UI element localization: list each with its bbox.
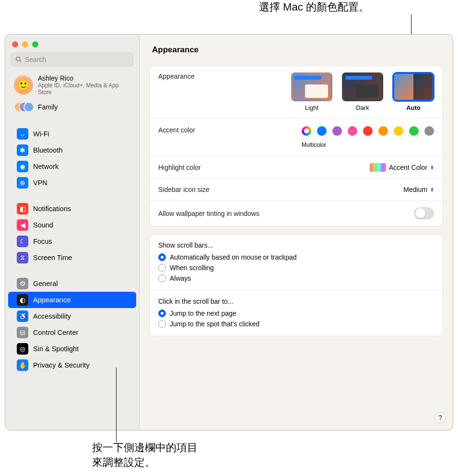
accent-color-row: Accent color Multicolor [150, 119, 443, 156]
sidebar-item-privacy-security[interactable]: ✋Privacy & Security [8, 357, 136, 373]
radio-label: When scrolling [170, 264, 214, 272]
appearance-options: LightDarkAuto [291, 72, 434, 111]
sound-icon: ◀ [17, 219, 28, 231]
accent-swatch[interactable] [317, 126, 327, 136]
search-input[interactable]: Search [11, 52, 133, 67]
radio-option[interactable]: Always [158, 273, 434, 284]
sidebar-group-3: ⚙General◐Appearance♿Accessibility⊟Contro… [5, 274, 139, 375]
sidebar-item-general[interactable]: ⚙General [8, 275, 136, 292]
radio-label: Jump to the next page [170, 309, 236, 317]
accent-swatch[interactable] [424, 126, 434, 136]
radio-option[interactable]: Jump to the next page [158, 308, 434, 319]
network-icon: ◉ [17, 161, 28, 172]
sidebar-item-siri-spotlight[interactable]: ◎Siri & Spotlight [8, 341, 136, 357]
clickscroll-title: Click in the scroll bar to... [158, 298, 434, 305]
accent-label: Accent color [158, 126, 195, 134]
accent-swatch[interactable] [348, 126, 357, 136]
radio-icon [158, 309, 166, 317]
sidebar-item-bluetooth[interactable]: ✱Bluetooth [8, 142, 136, 158]
appearance-option-label: Auto [393, 104, 434, 111]
scrollbars-title: Show scroll bars... [158, 241, 434, 249]
highlight-label: Highlight color [158, 164, 201, 171]
sidebar-item-focus[interactable]: ☾Focus [8, 233, 136, 250]
wallpaper-tint-label: Allow wallpaper tinting in windows [158, 210, 259, 217]
vpn-icon: ⊛ [17, 177, 28, 189]
highlight-select[interactable]: Accent Color ▲▼ [370, 163, 434, 172]
sidebar-item-label: Focus [33, 238, 52, 245]
close-button[interactable] [12, 41, 18, 48]
radio-option[interactable]: Automatically based on mouse or trackpad [158, 252, 434, 262]
accent-swatch[interactable] [394, 126, 403, 136]
privacy-icon: ✋ [17, 359, 28, 371]
zoom-button[interactable] [32, 41, 38, 48]
radio-label: Always [170, 274, 191, 282]
appearance-option-light[interactable]: Light [291, 72, 332, 111]
annotation-top: 選擇 Mac 的顏色配置。 [259, 0, 369, 14]
sidebar-item-notifications[interactable]: ◧Notifications [8, 201, 136, 217]
page-title: Appearance [140, 35, 453, 61]
radio-option[interactable]: When scrolling [158, 262, 434, 273]
accent-swatch[interactable] [378, 126, 388, 136]
sidebar-item-network[interactable]: ◉Network [8, 158, 136, 175]
accent-swatch[interactable] [363, 126, 373, 136]
search-placeholder: Search [25, 56, 46, 63]
sidebar-item-accessibility[interactable]: ♿Accessibility [8, 308, 136, 324]
profile-sub: Apple ID, iCloud+, Media & App Store [38, 82, 130, 96]
bell-icon: ◧ [17, 203, 28, 214]
clickscroll-section: Click in the scroll bar to... Jump to th… [150, 291, 443, 336]
gear-icon: ⚙ [17, 278, 28, 289]
accent-swatch[interactable] [332, 126, 342, 136]
minimize-button[interactable] [22, 41, 28, 48]
radio-label: Jump to the spot that's clicked [170, 320, 259, 328]
accent-selected-label: Multicolor [302, 142, 326, 148]
sidebar-item-label: Appearance [33, 296, 70, 304]
svg-point-0 [16, 57, 20, 61]
sidebar-item-appearance[interactable]: ◐Appearance [8, 292, 136, 308]
sidebar-item-label: Network [33, 163, 59, 170]
radio-option[interactable]: Jump to the spot that's clicked [158, 319, 434, 329]
control-icon: ⊟ [17, 327, 28, 338]
settings-window: Search 🙂 Ashley Rico Apple ID, iCloud+, … [5, 34, 453, 430]
radio-label: Automatically based on mouse or trackpad [170, 253, 297, 261]
svg-line-1 [20, 60, 21, 62]
sidebar-item-screen-time[interactable]: ⧖Screen Time [8, 250, 136, 266]
profile-name: Ashley Rico [38, 74, 130, 82]
sidebar-item-label: Control Center [33, 329, 78, 336]
sidebar-icon-select[interactable]: Medium ▲▼ [403, 186, 434, 193]
appearance-option-label: Dark [342, 104, 383, 111]
sidebar-icon-row: Sidebar icon size Medium ▲▼ [150, 179, 443, 201]
sidebar-item-sound[interactable]: ◀Sound [8, 217, 136, 233]
main-content: Appearance Appearance LightDarkAuto Acce… [140, 35, 453, 430]
appearance-option-auto[interactable]: Auto [393, 72, 434, 111]
appearance-panel: Appearance LightDarkAuto Accent color Mu… [149, 65, 443, 226]
chevron-updown-icon: ▲▼ [430, 187, 434, 192]
sidebar-item-wi-fi[interactable]: ⌵Wi-Fi [8, 126, 136, 142]
sidebar-group-1: ⌵Wi-Fi✱Bluetooth◉Network⊛VPN [5, 124, 139, 193]
family-row[interactable]: Family [5, 98, 139, 118]
callout-line-top [411, 14, 411, 34]
window-controls [5, 35, 139, 52]
sidebar-item-label: Screen Time [33, 254, 72, 262]
sidebar-item-label: Wi-Fi [33, 130, 49, 138]
sidebar-item-control-center[interactable]: ⊟Control Center [8, 324, 136, 341]
callout-line-bottom [116, 368, 117, 442]
apple-id-row[interactable]: 🙂 Ashley Rico Apple ID, iCloud+, Media &… [5, 72, 139, 98]
sidebar-item-label: Sound [33, 221, 53, 229]
sidebar-item-label: General [33, 280, 58, 287]
appearance-option-dark[interactable]: Dark [342, 72, 383, 111]
radio-icon [158, 264, 166, 272]
search-icon [15, 56, 22, 63]
bluetooth-icon: ✱ [17, 144, 28, 156]
help-button[interactable]: ? [435, 412, 446, 423]
sidebar-group-2: ◧Notifications◀Sound☾Focus⧖Screen Time [5, 199, 139, 268]
accent-swatch[interactable] [302, 126, 311, 136]
annotation-bottom: 按一下側邊欄中的項目 來調整設定。 [92, 440, 198, 470]
sidebar-item-label: Accessibility [33, 312, 71, 320]
family-label: Family [38, 103, 58, 111]
accessibility-icon: ♿ [17, 310, 28, 322]
accent-swatch[interactable] [409, 126, 419, 136]
sidebar-item-vpn[interactable]: ⊛VPN [8, 175, 136, 191]
radio-icon [158, 320, 166, 328]
wallpaper-tint-toggle[interactable] [414, 207, 434, 219]
hourglass-icon: ⧖ [17, 252, 28, 263]
